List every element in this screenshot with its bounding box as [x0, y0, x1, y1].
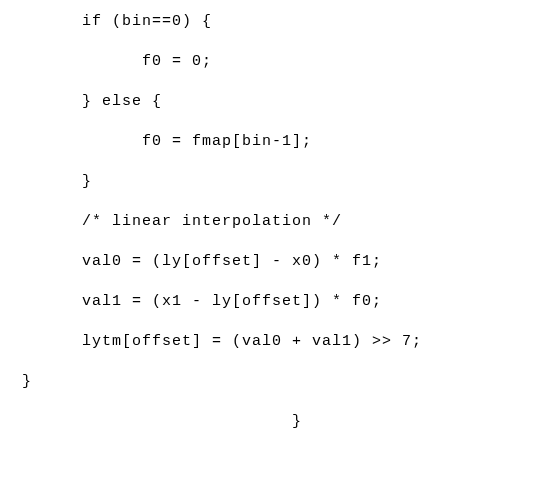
- code-line: }: [10, 174, 539, 189]
- code-block: if (bin==0) { f0 = 0; } else { f0 = fmap…: [10, 14, 539, 429]
- code-line: val1 = (x1 - ly[offset]) * f0;: [10, 294, 539, 309]
- code-line: } else {: [10, 94, 539, 109]
- code-line: }: [10, 414, 539, 429]
- code-line: /* linear interpolation */: [10, 214, 539, 229]
- code-line: f0 = 0;: [10, 54, 539, 69]
- code-line: val0 = (ly[offset] - x0) * f1;: [10, 254, 539, 269]
- code-line: if (bin==0) {: [10, 14, 539, 29]
- code-line: f0 = fmap[bin-1];: [10, 134, 539, 149]
- code-line: lytm[offset] = (val0 + val1) >> 7;: [10, 334, 539, 349]
- code-line: }: [10, 374, 539, 389]
